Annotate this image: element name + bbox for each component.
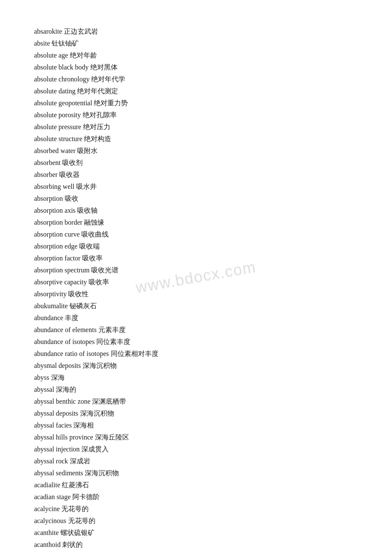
list-item: acadian stage 阿卡德阶 xyxy=(34,491,358,503)
list-item: abyssal sediments 深海沉积物 xyxy=(34,467,358,479)
list-item: absorbing well 吸水井 xyxy=(34,181,358,193)
list-item: acanthoid 刺状的 xyxy=(34,539,358,551)
list-item: abyssal injection 深成贯入 xyxy=(34,443,358,455)
list-item: acalycinous 无花萼的 xyxy=(34,515,358,527)
list-item: abukumalite 铋磷灰石 xyxy=(34,300,358,312)
list-item: abundance of elements 元素丰度 xyxy=(34,324,358,336)
list-item: absolute pressure 绝对压力 xyxy=(34,121,358,133)
list-item: acanthite 螺状硫银矿 xyxy=(34,527,358,539)
list-item: acadialite 红菱沸石 xyxy=(34,479,358,491)
list-item: absarokite 正边玄武岩 xyxy=(34,26,358,38)
list-item: absolute chronology 绝对年代学 xyxy=(34,73,358,85)
list-item: abyssal rock 深成岩 xyxy=(34,455,358,467)
list-item: abyssal benthic zone 深渊底栖带 xyxy=(34,396,358,408)
list-item: absorption 吸收 xyxy=(34,193,358,205)
list-item: absolute black body 绝对黑体 xyxy=(34,61,358,73)
list-item: abysmal deposits 深海沉积物 xyxy=(34,360,358,372)
list-item: absorptivity 吸收性 xyxy=(34,288,358,300)
list-item: absolute dating 绝对年代测定 xyxy=(34,85,358,97)
list-item: absorption border 融蚀缘 xyxy=(34,217,358,228)
list-item: absolute structure 绝对构造 xyxy=(34,133,358,145)
list-item: absite 钍钛铀矿 xyxy=(34,38,358,49)
list-item: abyssal deposits 深海沉积物 xyxy=(34,408,358,419)
dictionary-entry-list: absarokite 正边玄武岩absite 钍钛铀矿absolute age … xyxy=(34,26,358,551)
list-item: absorption curve 吸收曲线 xyxy=(34,228,358,240)
list-item: absorption spectrum 吸收光谱 xyxy=(34,264,358,276)
list-item: abundance ratio of isotopes 同位素相对丰度 xyxy=(34,348,358,360)
list-item: absolute age 绝对年龄 xyxy=(34,49,358,61)
list-item: acalycine 无花萼的 xyxy=(34,503,358,515)
list-item: absorbent 吸收剂 xyxy=(34,157,358,169)
list-item: absorbed water 吸附水 xyxy=(34,145,358,157)
list-item: absorber 吸收器 xyxy=(34,169,358,181)
list-item: abyss 深海 xyxy=(34,372,358,384)
list-item: absorption factor 吸收率 xyxy=(34,252,358,264)
list-item: absorption axis 吸收轴 xyxy=(34,205,358,217)
list-item: abundance of isotopes 同位素丰度 xyxy=(34,336,358,348)
list-item: absorptive capacity 吸收率 xyxy=(34,276,358,288)
list-item: abyssal facies 深海相 xyxy=(34,419,358,431)
list-item: absorption edge 吸收端 xyxy=(34,240,358,252)
list-item: absolute geopotential 绝对重力势 xyxy=(34,97,358,109)
list-item: abyssal hills province 深海丘陵区 xyxy=(34,431,358,443)
list-item: abundance 丰度 xyxy=(34,312,358,324)
list-item: absolute porosity 绝对孔隙率 xyxy=(34,109,358,121)
list-item: abyssal 深海的 xyxy=(34,384,358,396)
